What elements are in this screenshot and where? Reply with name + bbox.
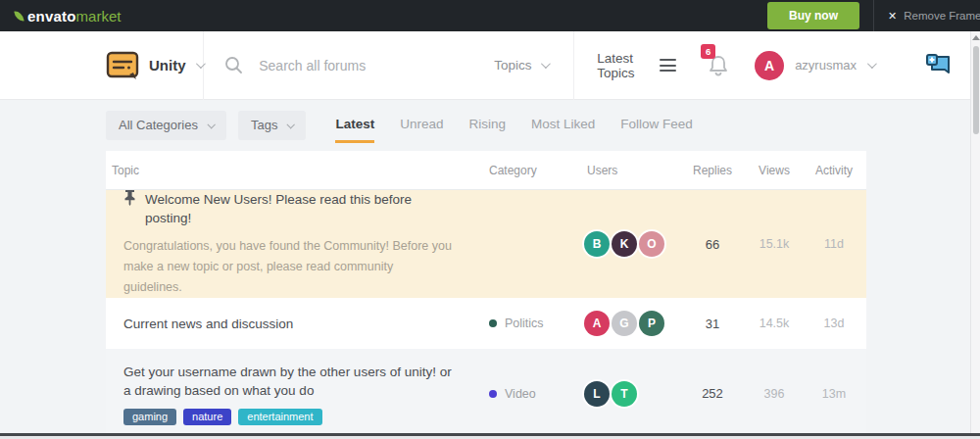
scrollbar-thumb[interactable] [973,46,979,134]
column-header-replies[interactable]: Replies [678,164,747,177]
views-count: 14.5k [747,317,802,330]
tab-latest[interactable]: Latest [335,110,374,141]
new-message-icon [925,53,953,78]
brand-market: market [76,8,122,24]
remove-frame-label: Remove Frame [904,10,980,22]
user-menu[interactable]: A azyrusmax [755,51,874,80]
topic-title-line: Get your username drawn by the other use… [123,363,453,400]
users-cell: AGP [561,311,678,336]
user-avatar[interactable]: P [639,311,664,336]
replies-count[interactable]: 252 [678,386,747,401]
category-filter-label: All Categories [119,118,198,132]
category-name[interactable]: Politics [505,317,544,330]
users-cell: LT [561,381,678,407]
topic-rows: Welcome New Users! Please read this befo… [106,190,866,438]
user-avatar[interactable]: G [612,311,637,336]
search-scope-dropdown[interactable]: Topics [494,58,547,73]
filter-bar: All Categories Tags LatestUnreadRisingMo… [106,110,980,140]
chevron-down-icon [287,121,295,128]
topic-row: Current news and discussionPoliticsAGP31… [106,298,866,349]
new-message-button[interactable] [925,53,953,78]
category-cell: Politics [463,317,561,330]
tag-filter-dropdown[interactable]: Tags [238,111,306,140]
activity-time: 13d [802,317,866,330]
user-avatar[interactable]: A [755,51,784,80]
tab-most-liked[interactable]: Most Liked [531,110,595,141]
vertical-scrollbar[interactable] [970,31,980,433]
topic-title[interactable]: Welcome New Users! Please read this befo… [145,190,453,227]
user-avatar[interactable]: A [584,311,610,336]
user-avatar[interactable]: T [612,381,637,407]
table-header-row: Topic Category Users Replies Views Activ… [106,151,866,190]
envato-market-logo[interactable]: envato market [15,8,121,24]
replies-count[interactable]: 31 [678,317,747,331]
latest-topics-menu[interactable]: Latest Topics [597,51,676,80]
category-name[interactable]: Video [505,387,536,401]
topic-row: Get your username drawn by the other use… [106,349,866,438]
tab-unread[interactable]: Unread [400,110,443,141]
chevron-down-icon [195,59,205,69]
top-frame-bar: envato market Buy now ✕ Remove Frame [0,0,980,31]
pin-icon [123,190,136,206]
envato-leaf-icon [14,10,24,22]
topic-title[interactable]: Get your username drawn by the other use… [123,363,453,400]
activity-time: 13m [802,387,866,401]
topic-cell: Get your username drawn by the other use… [106,363,463,425]
notification-count-badge: 6 [701,44,715,59]
column-header-users[interactable]: Users [561,164,678,177]
tag-nature[interactable]: nature [183,409,231,425]
user-avatar[interactable]: L [584,381,610,407]
remove-frame-button[interactable]: ✕ Remove Frame [874,10,980,23]
tab-rising[interactable]: Rising [468,110,506,141]
header-divider [573,31,574,100]
latest-topics-label: Latest Topics [597,51,648,80]
topic-cell: Current news and discussion [106,315,463,333]
column-header-activity[interactable]: Activity [802,164,866,177]
column-header-views[interactable]: Views [747,164,802,177]
users-cell: BKO [561,231,678,257]
user-avatar[interactable]: O [639,231,664,257]
tab-follow-feed[interactable]: Follow Feed [620,110,693,141]
topic-title-line: Current news and discussion [123,315,453,333]
views-count: 396 [747,387,802,401]
topic-title-line: Welcome New Users! Please read this befo… [123,190,453,227]
activity-time: 11d [802,237,866,251]
chevron-down-icon [867,59,877,69]
scrollbar-up-arrow-icon[interactable] [972,35,980,40]
chevron-down-icon [540,59,550,69]
chevron-down-icon [207,121,215,128]
page-body: All Categories Tags LatestUnreadRisingMo… [0,100,980,439]
hamburger-menu-icon[interactable] [660,59,676,72]
filter-tabs: LatestUnreadRisingMost LikedFollow Feed [335,110,692,141]
category-filter-dropdown[interactable]: All Categories [106,111,226,140]
replies-count[interactable]: 66 [678,237,747,252]
category-cell: Video [463,387,561,401]
user-avatar[interactable]: B [584,231,610,257]
user-avatar[interactable]: K [612,231,637,257]
forum-name: Unity [149,57,186,73]
tag-filter-label: Tags [251,118,277,132]
search-box [224,56,494,74]
search-icon [224,56,243,74]
site-header: Unity Topics Latest Topics 6 A azyr [0,31,980,100]
username: azyrusmax [795,58,857,73]
tag-entertainment[interactable]: entertainment [238,409,321,425]
topic-table: Topic Category Users Replies Views Activ… [106,151,866,439]
views-count: 15.1k [747,237,802,251]
topic-title[interactable]: Current news and discussion [123,315,293,333]
column-header-topic[interactable]: Topic [106,164,463,177]
topic-row: Welcome New Users! Please read this befo… [106,190,866,298]
unity-forum-icon [106,51,139,80]
tag-list: gamingnatureentertainment [123,409,453,425]
category-dot [489,319,497,327]
search-input[interactable] [259,58,494,73]
buy-now-button[interactable]: Buy now [767,2,859,29]
column-header-category[interactable]: Category [463,164,561,177]
close-icon: ✕ [888,10,897,23]
category-dot [489,390,497,398]
tag-gaming[interactable]: gaming [123,409,176,425]
notifications-button[interactable]: 6 [708,54,729,77]
forum-switcher[interactable]: Unity [106,51,203,80]
topics-dropdown-label: Topics [494,58,531,73]
topic-excerpt: Congratulations, you have found the Comm… [123,236,453,298]
